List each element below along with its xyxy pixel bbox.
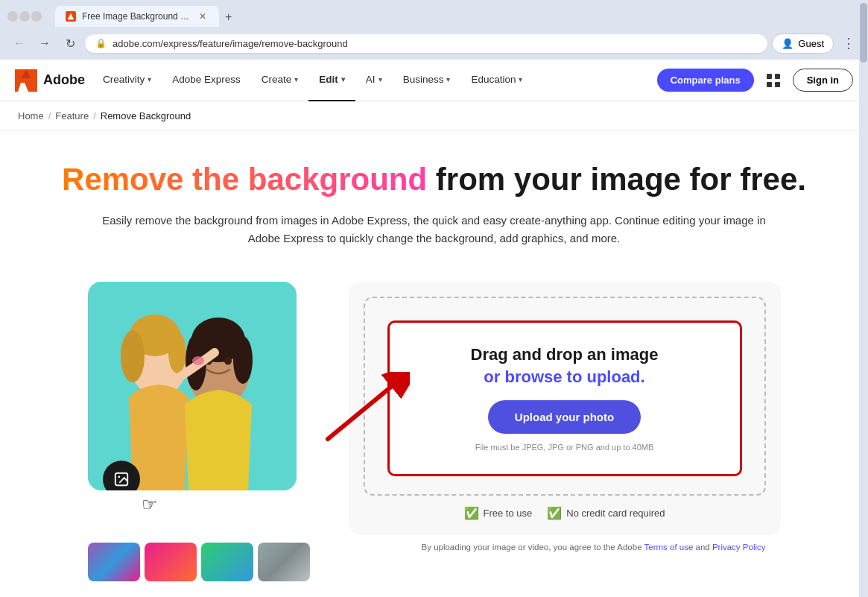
minimize-button[interactable]: − [7, 11, 18, 22]
chevron-down-icon: ▾ [294, 75, 298, 83]
tool-section: ☞ Drag and drop an image or browse t [30, 259, 838, 581]
svg-point-17 [224, 357, 232, 365]
chevron-down-icon: ▾ [446, 75, 450, 83]
thumbnail-1[interactable] [88, 543, 140, 581]
upload-box[interactable]: Drag and drop an image or browse to uplo… [387, 320, 742, 476]
breadcrumb-feature[interactable]: Feature [55, 110, 89, 121]
nav-right: Compare plans Sign in [657, 69, 853, 92]
svg-line-22 [328, 387, 391, 439]
window-controls: − □ × [7, 11, 42, 22]
guest-icon: 👤 [782, 38, 793, 49]
svg-marker-0 [68, 13, 74, 19]
chevron-down-icon: ▾ [341, 75, 345, 83]
address-bar-row: ← → ↻ 🔒 adobe.com/express/feature/image/… [0, 28, 868, 60]
drag-text: Drag and drop an image [408, 345, 722, 364]
check-circle-icon-2: ✅ [547, 506, 562, 520]
cursor-hand-icon: ☞ [142, 494, 373, 515]
privacy-policy-link[interactable]: Privacy Policy [712, 543, 766, 552]
nav-item-create[interactable]: Create ▾ [251, 60, 309, 101]
trust-no-card: ✅ No credit card required [547, 506, 665, 520]
sign-in-button[interactable]: Sign in [793, 69, 853, 92]
thumbnail-2[interactable] [145, 543, 197, 581]
active-tab[interactable]: Free Image Background Rem... ✕ [55, 6, 219, 27]
chevron-down-icon: ▾ [519, 75, 522, 83]
breadcrumb-separator: / [48, 110, 51, 121]
nav-item-creativity[interactable]: Creativity ▾ [92, 60, 162, 101]
svg-point-18 [192, 356, 204, 365]
nav-item-education[interactable]: Education ▾ [460, 60, 533, 101]
headline-rest: from your image for free. [427, 162, 806, 197]
trust-free-text: Free to use [484, 508, 533, 519]
breadcrumb-home[interactable]: Home [18, 110, 44, 121]
adobe-logo[interactable]: Adobe [15, 69, 85, 92]
address-text: adobe.com/express/feature/image/remove-b… [113, 38, 757, 49]
svg-point-15 [233, 336, 253, 384]
lock-icon: 🔒 [95, 38, 107, 48]
upload-drop-zone[interactable]: Drag and drop an image or browse to uplo… [364, 297, 766, 496]
drag-drop-text: Drag and drop an image or browse to uplo… [408, 345, 722, 387]
tab-bar: Free Image Background Rem... ✕ + [48, 6, 245, 27]
thumbnail-3[interactable] [201, 543, 253, 581]
trust-row: ✅ Free to use ✅ No credit card required [364, 506, 766, 520]
site-nav: Adobe Creativity ▾ Adobe Express Create … [0, 60, 868, 101]
svg-point-9 [121, 330, 145, 382]
nav-item-business[interactable]: Business ▾ [393, 60, 461, 101]
guest-button[interactable]: 👤 Guest [772, 34, 834, 54]
website: Adobe Creativity ▾ Adobe Express Create … [0, 60, 868, 597]
upload-outer: Drag and drop an image or browse to uplo… [349, 282, 781, 535]
breadcrumb-separator: / [93, 110, 96, 121]
svg-rect-4 [775, 82, 780, 87]
photo-overlay-icon[interactable] [103, 461, 140, 490]
maximize-button[interactable]: □ [19, 11, 30, 22]
close-button[interactable]: × [31, 11, 42, 22]
tab-favicon [66, 11, 76, 22]
svg-rect-3 [767, 82, 772, 87]
browser-chrome: − □ × Free Image Background Rem... ✕ + ←… [0, 0, 868, 60]
terms-row: By uploading your image or video, you ag… [349, 535, 781, 552]
nav-items: Creativity ▾ Adobe Express Create ▾ Edit… [92, 60, 657, 101]
browser-titlebar: − □ × Free Image Background Rem... ✕ + [0, 0, 868, 28]
breadcrumb: Home / Feature / Remove Background [0, 101, 868, 131]
forward-button[interactable]: → [34, 33, 55, 54]
address-bar[interactable]: 🔒 adobe.com/express/feature/image/remove… [85, 34, 767, 53]
terms-of-use-link[interactable]: Terms of use [644, 543, 694, 552]
apps-grid-icon[interactable] [761, 69, 785, 92]
image-icon [113, 471, 130, 487]
nav-item-express[interactable]: Adobe Express [162, 60, 251, 101]
adobe-logo-text: Adobe [43, 72, 85, 88]
tab-close-button[interactable]: ✕ [197, 10, 209, 22]
svg-point-20 [118, 476, 120, 478]
headline-remove: Remove the background [62, 162, 427, 197]
browse-text: or browse to upload. [408, 367, 722, 387]
page-headline: Remove the background from your image fo… [30, 161, 838, 198]
page-subtext: Easily remove the background from images… [99, 212, 770, 247]
scrollbar-thumb[interactable] [860, 3, 867, 63]
refresh-button[interactable]: ↻ [60, 33, 80, 54]
breadcrumb-current: Remove Background [101, 110, 191, 121]
main-content: Remove the background from your image fo… [0, 131, 868, 597]
thumbnail-4[interactable] [258, 543, 310, 581]
thumbnail-row [88, 543, 319, 581]
browser-menu-button[interactable]: ⋮ [838, 33, 859, 54]
new-tab-button[interactable]: + [219, 7, 238, 27]
scrollbar[interactable] [859, 0, 868, 597]
back-button[interactable]: ← [9, 33, 30, 54]
svg-rect-2 [775, 74, 780, 79]
svg-point-10 [168, 332, 186, 373]
photo-preview: ☞ [88, 282, 319, 581]
adobe-logo-icon [15, 69, 37, 92]
tab-title: Free Image Background Rem... [82, 11, 191, 22]
svg-rect-1 [767, 74, 772, 79]
photo-image [88, 282, 297, 490]
check-circle-icon: ✅ [464, 506, 479, 520]
nav-item-ai[interactable]: AI ▾ [355, 60, 393, 101]
nav-item-edit[interactable]: Edit ▾ [308, 60, 355, 101]
compare-plans-button[interactable]: Compare plans [657, 69, 754, 92]
upload-section: Drag and drop an image or browse to uplo… [349, 282, 781, 552]
chevron-down-icon: ▾ [378, 75, 382, 83]
chevron-down-icon: ▾ [148, 75, 151, 83]
upload-button[interactable]: Upload your photo [488, 400, 641, 434]
photo-card [88, 282, 297, 490]
guest-label: Guest [798, 38, 824, 49]
file-hint: File must be JPEG, JPG or PNG and up to … [408, 443, 722, 452]
